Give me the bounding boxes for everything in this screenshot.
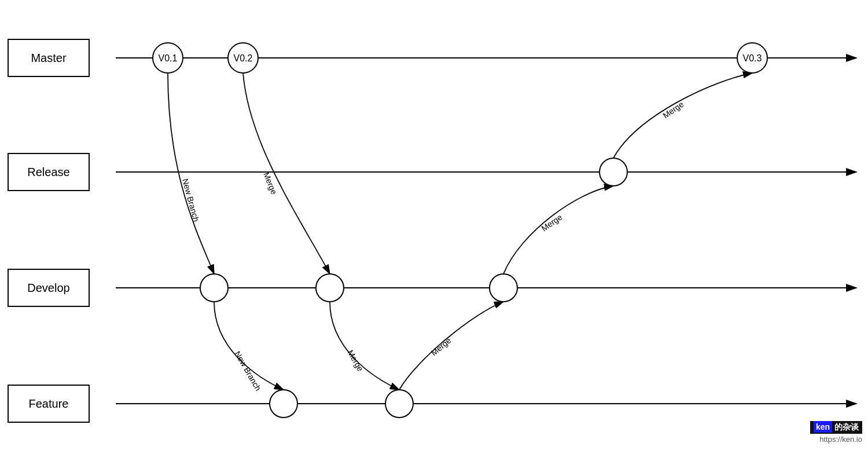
watermark: ken 的杂谈 https://ken.io	[810, 421, 862, 444]
label-merge-release-master: Merge	[661, 99, 686, 120]
watermark-badge: ken 的杂谈	[810, 421, 862, 434]
arrow-dev2-feat2	[330, 302, 399, 390]
label-v02: V0.2	[234, 53, 253, 63]
node-feat2	[385, 390, 413, 418]
label-v03: V0.3	[743, 53, 762, 63]
node-feat1	[270, 390, 297, 418]
node-dev3	[490, 274, 517, 302]
label-merge-develop-release: Merge	[540, 212, 564, 233]
watermark-ken: ken	[814, 421, 832, 433]
master-label: Master	[31, 52, 66, 64]
label-new-branch-master-develop: New Branch	[181, 178, 201, 223]
arrow-label-new-branch-1: New Branch	[0, 0, 47, 2]
label-new-branch-develop-feature: New Branch	[233, 350, 263, 393]
label-merge-feature-develop: Merge	[429, 335, 453, 357]
arrow-v02-dev2	[243, 73, 330, 274]
arrow-dev3-rel1	[503, 186, 613, 274]
develop-label: Develop	[27, 281, 69, 294]
watermark-url: https://ken.io	[810, 435, 862, 444]
label-v01: V0.1	[159, 53, 178, 63]
feature-label: Feature	[29, 397, 69, 410]
watermark-suffix: 的杂谈	[834, 422, 859, 431]
label-merge-master-develop: Merge	[262, 171, 279, 196]
arrow-rel1-v03	[613, 73, 752, 158]
node-dev1	[200, 274, 228, 302]
node-rel1	[599, 158, 627, 186]
release-label: Release	[27, 166, 69, 178]
node-dev2	[316, 274, 344, 302]
arrow-feat2-dev3	[399, 302, 503, 390]
label-merge-develop-feature: Merge	[345, 349, 365, 374]
arrow-v01-dev1	[168, 73, 214, 274]
